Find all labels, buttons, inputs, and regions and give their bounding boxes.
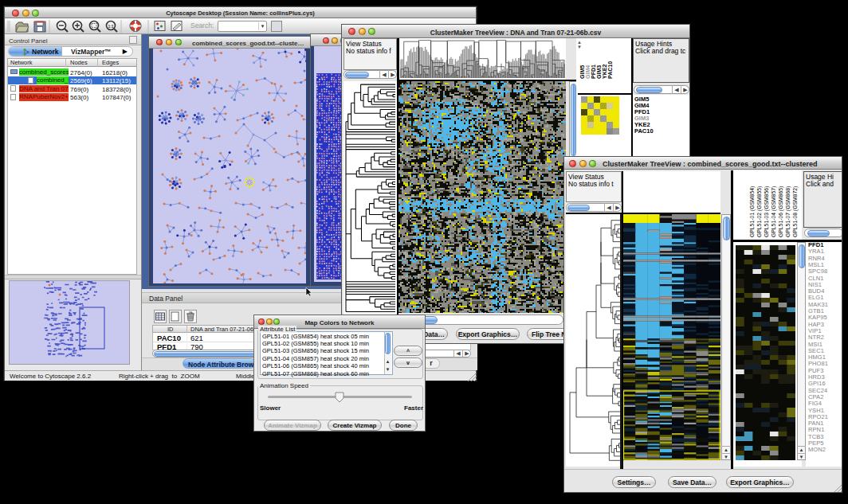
svg-text:Search:: Search: xyxy=(190,21,214,29)
svg-text:GPL51-01 (GSM854): GPL51-01 (GSM854) xyxy=(749,186,756,237)
svg-text:GIM4: GIM4 xyxy=(585,65,591,79)
svg-text:GPL51-06 (GSM865): GPL51-06 (GSM865) xyxy=(778,186,784,237)
svg-text:PAC10: PAC10 xyxy=(607,61,613,79)
svg-text:GPL51-04 (GSM857): GPL51-04 (GSM857) xyxy=(771,186,777,237)
svg-text:GPL51-08 (GSM872): GPL51-08 (GSM872) xyxy=(792,186,799,237)
svg-text:1:1: 1:1 xyxy=(108,24,113,29)
svg-text:GPL51-07 (GSM868): GPL51-07 (GSM868) xyxy=(785,186,791,237)
svg-text:GIM5: GIM5 xyxy=(579,65,585,79)
svg-text:YKE2: YKE2 xyxy=(602,64,607,79)
svg-text:GPL51-02 (GSM855): GPL51-02 (GSM855) xyxy=(756,186,763,237)
svg-text:GIM3: GIM3 xyxy=(596,65,602,79)
svg-text:GPL51-03 (GSM856): GPL51-03 (GSM856) xyxy=(764,186,770,237)
svg-text:PFD1: PFD1 xyxy=(591,64,596,79)
